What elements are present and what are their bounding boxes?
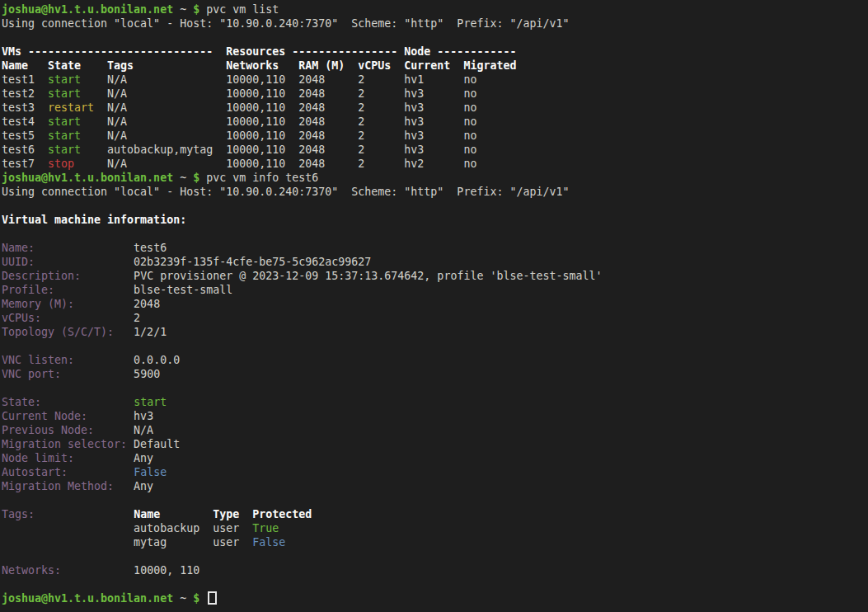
vm-state: stop [48,158,74,170]
vm-table-section-header: VMs ---------------------------- Resourc… [2,45,868,59]
tag-protected: True [252,522,279,534]
field-label: UUID: [2,256,35,268]
command-text: pvc vm list [199,3,279,16]
tag-row-mytag: mytag user False [2,535,868,549]
field-label: Migration selector: [2,438,127,450]
vm-row-data: autobackup,mytag 10000,110 2048 2 hv3 no [81,144,476,156]
field-label: State: [2,396,41,408]
vm-row-data: N/A 10000,110 2048 2 hv2 no [74,158,476,170]
column-headers: Name State Tags Networks RAM (M) vCPUs C… [2,59,516,72]
vm-name: test7 [2,158,48,170]
vm-row-data: N/A 10000,110 2048 2 hv3 no [81,115,476,128]
info-row-topology: Topology (S/C/T): 1/2/1 [2,325,868,339]
connection-info-line: Using connection "local" - Host: "10.90.… [2,16,868,31]
tags-header-row: Tags: Name Type Protected [2,507,868,521]
blank-line [2,31,868,45]
vm-row-test3: test3 restart N/A 10000,110 2048 2 hv3 n… [2,101,868,115]
info-row-state: State: start [2,395,868,409]
blank-line [2,227,868,241]
vm-table-column-header: Name State Tags Networks RAM (M) vCPUs C… [2,59,868,73]
connection-info: Using connection "local" - Host: "10.90.… [2,17,569,30]
info-row-name: Name: test6 [2,241,868,255]
field-value: hv3 [87,410,153,422]
vm-name: test3 [2,101,48,114]
info-row-description: Description: PVC provisioner @ 2023-12-0… [2,269,868,283]
field-label: VNC port: [2,368,61,380]
vm-state: restart [48,101,94,114]
vm-state: start [134,396,167,408]
field-value: 1/2/1 [114,326,167,338]
field-label: VNC listen: [2,354,74,366]
info-row-migration-method: Migration Method: Any [2,479,868,493]
field-spacer [35,508,134,520]
info-row-current-node: Current Node: hv3 [2,409,868,423]
info-row-vnc-listen: VNC listen: 0.0.0.0 [2,353,868,367]
command-text: pvc vm info test6 [199,172,318,184]
vm-name: test5 [2,129,48,142]
field-label: Autostart: [2,466,68,478]
field-value: blse-test-small [54,284,232,296]
blank-line [2,577,868,591]
info-row-vcpus: vCPUs: 2 [2,311,868,325]
vm-name: test4 [2,115,48,128]
terminal-window[interactable]: joshua@hv1.t.u.bonilan.net ~ $ pvc vm li… [0,0,868,612]
prompt-user-host: joshua@hv1.t.u.bonilan.net [2,592,173,605]
blank-line [2,339,868,353]
vm-name: test1 [2,73,48,86]
vm-row-test4: test4 start N/A 10000,110 2048 2 hv3 no [2,115,868,129]
blank-line [2,381,868,395]
connection-info-line: Using connection "local" - Host: "10.90.… [2,185,868,199]
vm-state: start [48,129,81,142]
prompt-symbol: $ [193,592,199,605]
vm-row-test1: test1 start N/A 10000,110 2048 2 hv1 no [2,73,868,87]
info-row-previous-node: Previous Node: N/A [2,423,868,437]
vm-row-data: N/A 10000,110 2048 2 hv1 no [81,73,476,86]
vm-state: start [48,87,81,100]
vm-state: start [48,144,81,156]
terminal-cursor[interactable] [208,591,217,605]
blank-line [2,549,868,563]
vm-row-data: N/A 10000,110 2048 2 hv3 no [94,101,476,114]
field-value: 2048 [74,298,160,310]
prompt-line-3: joshua@hv1.t.u.bonilan.net ~ $ [2,591,868,605]
field-label: Topology (S/C/T): [2,326,114,338]
field-label: Migration Method: [2,480,114,492]
field-label: Memory (M): [2,298,74,310]
vm-row-test7: test7 stop N/A 10000,110 2048 2 hv2 no [2,157,868,171]
vm-row-data: N/A 10000,110 2048 2 hv3 no [81,129,476,142]
vm-name: test2 [2,87,48,100]
field-label: Node limit: [2,452,74,464]
field-value: PVC provisioner @ 2023-12-09 15:37:13.67… [81,270,602,282]
field-value: Any [74,452,153,464]
field-value: N/A [94,424,153,436]
info-row-uuid: UUID: 02b3239f-135f-4cfe-be75-5c962ac996… [2,255,868,269]
prompt-user-host: joshua@hv1.t.u.bonilan.net [2,172,173,184]
info-row-migration-selector: Migration selector: Default [2,437,868,451]
field-label: Previous Node: [2,424,94,436]
section-title: Virtual machine information: [2,214,186,226]
field-label: vCPUs: [2,312,41,324]
prompt-user-host: joshua@hv1.t.u.bonilan.net [2,3,173,16]
field-value: 2 [41,312,140,324]
blank-line [2,199,868,213]
prompt-cwd: ~ [173,592,193,605]
table-section-header: VMs ---------------------------- Resourc… [2,45,516,58]
vm-name: test6 [2,144,48,156]
tag-data: mytag user [2,536,252,548]
field-spacer [41,396,134,408]
tag-protected: False [252,536,285,548]
vm-state: start [48,73,81,86]
field-value: False [134,466,167,478]
field-value: 5900 [61,368,160,380]
vm-state: start [48,115,81,128]
tags-column-headers: Name Type Protected [134,508,312,520]
vm-info-section-title: Virtual machine information: [2,213,868,227]
prompt-symbol: $ [193,172,199,184]
blank-line [2,493,868,507]
info-row-node-limit: Node limit: Any [2,451,868,465]
info-row-autostart: Autostart: False [2,465,868,479]
field-label: Networks: [2,564,61,577]
tag-data: autobackup user [2,522,252,534]
field-value: 02b3239f-135f-4cfe-be75-5c962ac99627 [35,256,371,268]
prompt-line-2: joshua@hv1.t.u.bonilan.net ~ $ pvc vm in… [2,171,868,185]
